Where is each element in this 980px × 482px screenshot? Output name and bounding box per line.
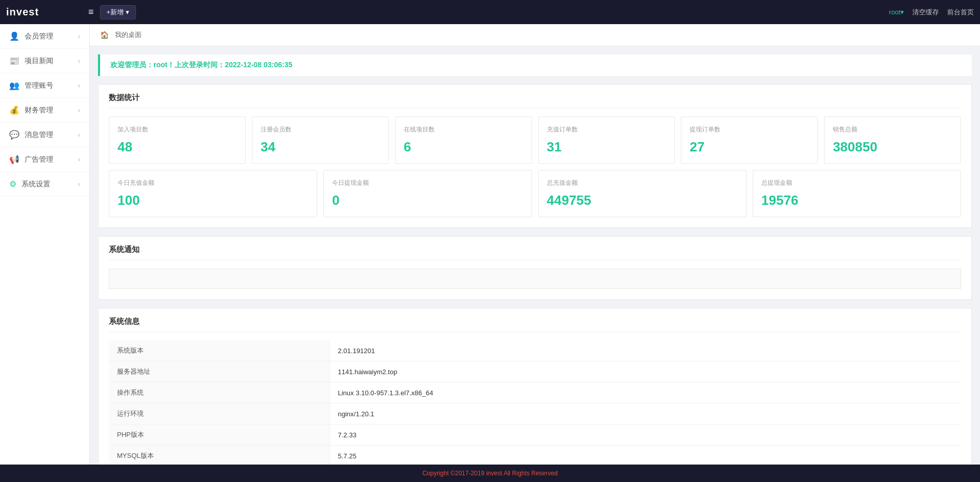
main-layout: 👤 会员管理 ‹ 📰 项目新闻 ‹ 👥 管理账号 ‹ 💰 财务管理 ‹: [0, 24, 980, 465]
stat-label-r2-0: 今日充值金额: [117, 179, 308, 187]
sidebar-item-left: 👤 会员管理: [9, 31, 53, 41]
sysinfo-table: 系统版本 2.01.191201 服务器地址 1141.haiwaiym2.to…: [109, 340, 961, 465]
chevron-icon: ‹: [78, 131, 80, 139]
stat-card-r2-0: 今日充值金额 100: [109, 170, 317, 217]
stat-card-r2-1: 今日提现金额 0: [323, 170, 532, 217]
app-brand: invest: [6, 6, 88, 18]
stat-value-r2-3: 19576: [761, 192, 952, 208]
stat-value-1: 34: [261, 139, 380, 155]
sidebar-label-member: 会员管理: [25, 32, 53, 41]
stats-section: 数据统计 加入项目数 48 注册会员数 34 在线项目数 6 充值订单数 31 …: [98, 84, 972, 228]
ads-icon: 📢: [9, 155, 19, 164]
sysinfo-section: 系统信息 系统版本 2.01.191201 服务器地址 1141.haiwaiy…: [98, 308, 972, 465]
sidebar-item-left: 💰 财务管理: [9, 105, 53, 115]
message-icon: 💬: [9, 130, 19, 140]
root-user-link[interactable]: root▾: [889, 8, 904, 16]
sidebar-item-finance[interactable]: 💰 财务管理 ‹: [0, 98, 89, 123]
stat-value-0: 48: [117, 139, 237, 155]
stat-card-2: 在线项目数 6: [395, 117, 532, 164]
sidebar-item-news[interactable]: 📰 项目新闻 ‹: [0, 49, 89, 73]
sidebar-item-settings[interactable]: ⚙ 系统设置 ‹: [0, 172, 89, 197]
home-page-link[interactable]: 前台首页: [947, 8, 974, 17]
footer-copyright: Copyright ©2017-2019 invest All Rights R…: [422, 470, 558, 477]
stat-card-4: 提现订单数 27: [681, 117, 818, 164]
stat-label-2: 在线项目数: [404, 125, 523, 134]
sidebar-label-account: 管理账号: [25, 81, 53, 90]
sidebar: 👤 会员管理 ‹ 📰 项目新闻 ‹ 👥 管理账号 ‹ 💰 财务管理 ‹: [0, 24, 90, 465]
sysinfo-value-4: 7.2.33: [329, 425, 961, 446]
sysinfo-row-1: 服务器地址 1141.haiwaiym2.top: [109, 361, 961, 382]
settings-icon: ⚙: [9, 179, 16, 189]
menu-toggle-icon[interactable]: ≡: [88, 7, 94, 17]
sidebar-item-left: 💬 消息管理: [9, 130, 53, 140]
sidebar-label-news: 项目新闻: [25, 56, 53, 66]
footer: Copyright ©2017-2019 invest All Rights R…: [0, 465, 980, 482]
stat-value-2: 6: [404, 139, 523, 155]
stat-card-r2-2: 总充值金额 449755: [538, 170, 747, 217]
stats-row1: 加入项目数 48 注册会员数 34 在线项目数 6 充值订单数 31 提现订单数…: [109, 117, 961, 164]
stats-row2: 今日充值金额 100 今日提现金额 0 总充值金额 449755 总提现金额 1…: [109, 170, 961, 217]
stat-value-4: 27: [690, 139, 809, 155]
sidebar-item-member[interactable]: 👤 会员管理 ‹: [0, 24, 89, 49]
sysinfo-row-4: PHP版本 7.2.33: [109, 425, 961, 446]
sysinfo-row-3: 运行环境 nginx/1.20.1: [109, 403, 961, 425]
sidebar-label-ads: 广告管理: [25, 155, 53, 164]
clear-cache-link[interactable]: 清空缓存: [912, 8, 939, 17]
content-area: 🏠 我的桌面 欢迎管理员：root！上次登录时间：2022-12-08 03:0…: [90, 24, 980, 465]
breadcrumb-current: 我的桌面: [115, 30, 142, 40]
sysinfo-label-0: 系统版本: [109, 340, 329, 361]
breadcrumb: 🏠 我的桌面: [90, 24, 980, 46]
stat-label-5: 销售总额: [833, 125, 952, 134]
sidebar-item-account[interactable]: 👥 管理账号 ‹: [0, 73, 89, 98]
sysinfo-value-2: Linux 3.10.0-957.1.3.el7.x86_64: [329, 382, 961, 403]
chevron-icon: ‹: [78, 82, 80, 89]
sysinfo-row-2: 操作系统 Linux 3.10.0-957.1.3.el7.x86_64: [109, 382, 961, 403]
sysinfo-label-4: PHP版本: [109, 425, 329, 446]
welcome-prefix: 欢迎管理员：: [110, 61, 153, 69]
member-icon: 👤: [9, 31, 19, 41]
notice-section: 系统通知: [98, 236, 972, 300]
sysinfo-value-1: 1141.haiwaiym2.top: [329, 361, 961, 382]
chevron-icon: ‹: [78, 181, 80, 188]
stat-value-r2-1: 0: [332, 192, 523, 208]
sysinfo-value-0: 2.01.191201: [329, 340, 961, 361]
stat-label-4: 提现订单数: [690, 125, 809, 134]
home-icon: 🏠: [100, 31, 109, 39]
stat-label-r2-2: 总充值金额: [547, 179, 738, 187]
sidebar-item-left: 📰 项目新闻: [9, 56, 53, 66]
stat-value-5: 380850: [833, 139, 952, 155]
sidebar-item-ads[interactable]: 📢 广告管理 ‹: [0, 147, 89, 172]
sidebar-item-left: ⚙ 系统设置: [9, 179, 50, 189]
welcome-banner: 欢迎管理员：root！上次登录时间：2022-12-08 03:06:35: [98, 54, 972, 76]
sidebar-item-left: 👥 管理账号: [9, 81, 53, 90]
sysinfo-label-2: 操作系统: [109, 382, 329, 403]
page-content: 欢迎管理员：root！上次登录时间：2022-12-08 03:06:35 数据…: [90, 46, 980, 465]
top-navbar: invest ≡ +新增 ▾ root▾ 清空缓存 前台首页: [0, 0, 980, 24]
stat-card-5: 销售总额 380850: [824, 117, 961, 164]
chevron-icon: ‹: [78, 107, 80, 114]
stat-card-r2-3: 总提现金额 19576: [753, 170, 961, 217]
stat-label-3: 充值订单数: [547, 125, 667, 134]
sysinfo-label-1: 服务器地址: [109, 361, 329, 382]
stat-label-1: 注册会员数: [261, 125, 380, 134]
stat-value-r2-0: 100: [117, 192, 308, 208]
sysinfo-label-3: 运行环境: [109, 403, 329, 425]
finance-icon: 💰: [9, 105, 19, 115]
stats-title: 数据统计: [109, 93, 961, 108]
sysinfo-title: 系统信息: [109, 317, 961, 332]
notice-content: [109, 268, 961, 289]
add-new-button[interactable]: +新增 ▾: [100, 5, 136, 20]
add-chevron-icon: ▾: [126, 8, 129, 16]
sidebar-label-message: 消息管理: [25, 130, 53, 140]
account-icon: 👥: [9, 81, 19, 90]
chevron-icon: ‹: [78, 33, 80, 40]
sidebar-label-settings: 系统设置: [22, 180, 50, 189]
sidebar-item-message[interactable]: 💬 消息管理 ‹: [0, 123, 89, 147]
stat-label-0: 加入项目数: [117, 125, 237, 134]
welcome-suffix: 上次登录时间：2022-12-08 03:06:35: [174, 61, 292, 69]
stat-value-r2-2: 449755: [547, 192, 738, 208]
sysinfo-row-5: MYSQL版本 5.7.25: [109, 446, 961, 465]
notice-title: 系统通知: [109, 245, 961, 260]
stat-card-0: 加入项目数 48: [109, 117, 246, 164]
sysinfo-label-5: MYSQL版本: [109, 446, 329, 465]
